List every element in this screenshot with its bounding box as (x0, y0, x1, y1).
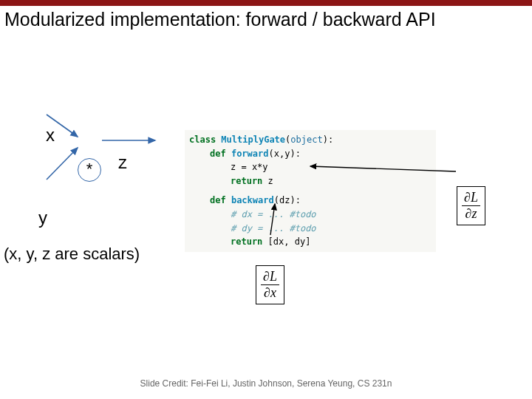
code-line-5: def backward(dz): (189, 194, 432, 208)
code-line-7: # dy = ... #todo (189, 222, 432, 236)
code-line-6: # dx = ... #todo (189, 208, 432, 222)
label-z: z (118, 152, 127, 173)
dx-numer: ∂L (263, 269, 277, 284)
dz-numer: ∂L (464, 190, 478, 205)
label-y: y (38, 208, 47, 228)
slide-title: Modularized implementation: forward / ba… (0, 6, 532, 30)
computation-graph: x y z * (x, y, z are scalars) (7, 112, 177, 259)
code-line-4: return z (189, 174, 432, 188)
multiply-node: * (78, 158, 101, 182)
code-line-1: class MultiplyGate(object): (189, 134, 333, 145)
slide-credit: Slide Credit: Fei-Fei Li, Justin Johnson… (0, 378, 532, 389)
top-stripe (0, 0, 532, 6)
label-x: x (46, 125, 55, 146)
code-line-2: def forward(x,y): (189, 147, 432, 161)
math-dL-dz: ∂L ∂z (457, 186, 485, 225)
code-block: class MultiplyGate(object): def forward(… (185, 130, 436, 252)
code-line-8: return [dx, dy] (189, 235, 432, 249)
math-dL-dx: ∂L ∂x (256, 265, 284, 304)
dz-denom: ∂z (466, 206, 477, 221)
graph-caption: (x, y, z are scalars) (4, 245, 140, 264)
code-line-3: z = x*y (189, 160, 432, 174)
dx-denom: ∂x (264, 285, 276, 300)
op-symbol: * (86, 160, 93, 178)
